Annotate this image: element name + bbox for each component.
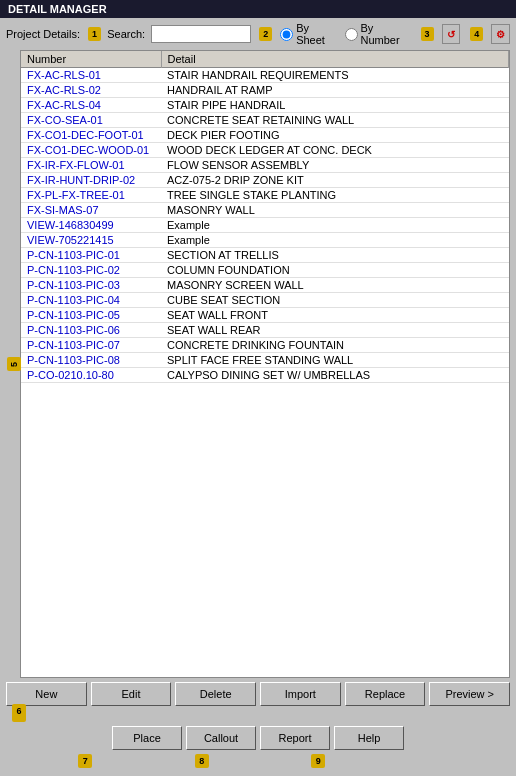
- cell-number: FX-AC-RLS-01: [21, 68, 161, 83]
- top-bar: Project Details: 1 Search: 2 By Sheet By…: [6, 22, 510, 46]
- cell-number: FX-AC-RLS-04: [21, 98, 161, 113]
- cell-detail: MASONRY WALL: [161, 203, 509, 218]
- report-button[interactable]: Report: [260, 726, 330, 750]
- badge-6: 6: [12, 704, 26, 718]
- cell-number: P-CN-1103-PIC-03: [21, 278, 161, 293]
- project-details-label: Project Details:: [6, 28, 80, 40]
- cell-detail: DECK PIER FOOTING: [161, 128, 509, 143]
- cell-detail: WOOD DECK LEDGER AT CONC. DECK: [161, 143, 509, 158]
- table-row[interactable]: P-CN-1103-PIC-01SECTION AT TRELLIS: [21, 248, 509, 263]
- cell-number: P-CN-1103-PIC-07: [21, 338, 161, 353]
- table-row[interactable]: FX-CO1-DEC-WOOD-01WOOD DECK LEDGER AT CO…: [21, 143, 509, 158]
- by-sheet-radio[interactable]: [280, 28, 293, 41]
- cell-number: P-CN-1103-PIC-01: [21, 248, 161, 263]
- badge-5: 5: [7, 357, 21, 371]
- bottom-badges: 6: [6, 708, 510, 724]
- cell-detail: CUBE SEAT SECTION: [161, 293, 509, 308]
- cell-number: FX-IR-HUNT-DRIP-02: [21, 173, 161, 188]
- table-row[interactable]: P-CN-1103-PIC-07CONCRETE DRINKING FOUNTA…: [21, 338, 509, 353]
- row2-badges: 7 8 9: [6, 754, 510, 770]
- cell-number: P-CN-1103-PIC-02: [21, 263, 161, 278]
- list-wrapper: 5 Number Detail FX-AC-RLS-01STAIR HANDRA…: [6, 50, 510, 678]
- by-number-option[interactable]: By Number: [345, 22, 411, 46]
- table-row[interactable]: FX-AC-RLS-02HANDRAIL AT RAMP: [21, 83, 509, 98]
- cell-number: P-CO-0210.10-80: [21, 368, 161, 383]
- table-row[interactable]: FX-AC-RLS-04STAIR PIPE HANDRAIL: [21, 98, 509, 113]
- cell-detail: Example: [161, 233, 509, 248]
- table-row[interactable]: P-CN-1103-PIC-08SPLIT FACE FREE STANDING…: [21, 353, 509, 368]
- main-container: Project Details: 1 Search: 2 By Sheet By…: [0, 18, 516, 774]
- cell-detail: CALYPSO DINING SET W/ UMBRELLAS: [161, 368, 509, 383]
- import-button[interactable]: Import: [260, 682, 341, 706]
- table-row[interactable]: P-CN-1103-PIC-06SEAT WALL REAR: [21, 323, 509, 338]
- table-row[interactable]: FX-AC-RLS-01STAIR HANDRAIL REQUIREMENTS: [21, 68, 509, 83]
- cell-number: VIEW-705221415: [21, 233, 161, 248]
- cell-detail: MASONRY SCREEN WALL: [161, 278, 509, 293]
- refresh-icon: ↺: [447, 29, 455, 40]
- cell-detail: TREE SINGLE STAKE PLANTING: [161, 188, 509, 203]
- by-sheet-label: By Sheet: [296, 22, 336, 46]
- secondary-buttons-row: Place Callout Report Help: [6, 724, 510, 754]
- table-row[interactable]: VIEW-705221415Example: [21, 233, 509, 248]
- search-input[interactable]: [151, 25, 251, 43]
- cell-detail: HANDRAIL AT RAMP: [161, 83, 509, 98]
- settings-button[interactable]: ⚙: [491, 24, 510, 44]
- table-row[interactable]: FX-IR-HUNT-DRIP-02ACZ-075-2 DRIP ZONE KI…: [21, 173, 509, 188]
- badge-4: 4: [470, 27, 483, 41]
- cell-number: FX-PL-FX-TREE-01: [21, 188, 161, 203]
- place-label: Place: [133, 732, 161, 744]
- title-bar: DETAIL MANAGER: [0, 0, 516, 18]
- callout-label: Callout: [204, 732, 238, 744]
- table-row[interactable]: FX-PL-FX-TREE-01TREE SINGLE STAKE PLANTI…: [21, 188, 509, 203]
- table-row[interactable]: VIEW-146830499Example: [21, 218, 509, 233]
- cell-number: P-CN-1103-PIC-08: [21, 353, 161, 368]
- cell-detail: ACZ-075-2 DRIP ZONE KIT: [161, 173, 509, 188]
- column-number-header: Number: [21, 51, 161, 68]
- cell-detail: Example: [161, 218, 509, 233]
- cell-detail: SECTION AT TRELLIS: [161, 248, 509, 263]
- app-title: DETAIL MANAGER: [8, 3, 107, 15]
- table-row[interactable]: FX-CO1-DEC-FOOT-01DECK PIER FOOTING: [21, 128, 509, 143]
- cell-detail: CONCRETE DRINKING FOUNTAIN: [161, 338, 509, 353]
- badge-7: 7: [78, 754, 92, 768]
- cell-detail: SEAT WALL FRONT: [161, 308, 509, 323]
- table-row[interactable]: P-CO-0210.10-80CALYPSO DINING SET W/ UMB…: [21, 368, 509, 383]
- badge-2: 2: [259, 27, 272, 41]
- by-number-label: By Number: [361, 22, 411, 46]
- cell-number: FX-IR-FX-FLOW-01: [21, 158, 161, 173]
- delete-button[interactable]: Delete: [175, 682, 256, 706]
- refresh-button[interactable]: ↺: [442, 24, 461, 44]
- detail-table: Number Detail FX-AC-RLS-01STAIR HANDRAIL…: [21, 51, 509, 383]
- place-button[interactable]: Place: [112, 726, 182, 750]
- cell-detail: SPLIT FACE FREE STANDING WALL: [161, 353, 509, 368]
- column-detail-header: Detail: [161, 51, 509, 68]
- action-buttons-row: New Edit Delete Import Replace Preview >: [6, 678, 510, 708]
- import-label: Import: [285, 688, 316, 700]
- edit-button[interactable]: Edit: [91, 682, 172, 706]
- cell-detail: FLOW SENSOR ASSEMBLY: [161, 158, 509, 173]
- help-button[interactable]: Help: [334, 726, 404, 750]
- delete-label: Delete: [200, 688, 232, 700]
- table-row[interactable]: P-CN-1103-PIC-05SEAT WALL FRONT: [21, 308, 509, 323]
- new-button[interactable]: New: [6, 682, 87, 706]
- cell-number: P-CN-1103-PIC-05: [21, 308, 161, 323]
- cell-detail: COLUMN FOUNDATION: [161, 263, 509, 278]
- callout-button[interactable]: Callout: [186, 726, 256, 750]
- table-row[interactable]: FX-IR-FX-FLOW-01FLOW SENSOR ASSEMBLY: [21, 158, 509, 173]
- cell-detail: CONCRETE SEAT RETAINING WALL: [161, 113, 509, 128]
- side-label-container: 5: [6, 50, 20, 678]
- replace-button[interactable]: Replace: [345, 682, 426, 706]
- badge-9: 9: [311, 754, 325, 768]
- btn-row2-container: Place Callout Report Help 7 8 9: [6, 724, 510, 770]
- table-row[interactable]: FX-SI-MAS-07MASONRY WALL: [21, 203, 509, 218]
- table-row[interactable]: P-CN-1103-PIC-03MASONRY SCREEN WALL: [21, 278, 509, 293]
- by-sheet-option[interactable]: By Sheet: [280, 22, 336, 46]
- cell-number: P-CN-1103-PIC-04: [21, 293, 161, 308]
- table-row[interactable]: P-CN-1103-PIC-02COLUMN FOUNDATION: [21, 263, 509, 278]
- table-row[interactable]: FX-CO-SEA-01CONCRETE SEAT RETAINING WALL: [21, 113, 509, 128]
- edit-label: Edit: [122, 688, 141, 700]
- table-row[interactable]: P-CN-1103-PIC-04CUBE SEAT SECTION: [21, 293, 509, 308]
- cell-number: FX-CO1-DEC-WOOD-01: [21, 143, 161, 158]
- by-number-radio[interactable]: [345, 28, 358, 41]
- preview-button[interactable]: Preview >: [429, 682, 510, 706]
